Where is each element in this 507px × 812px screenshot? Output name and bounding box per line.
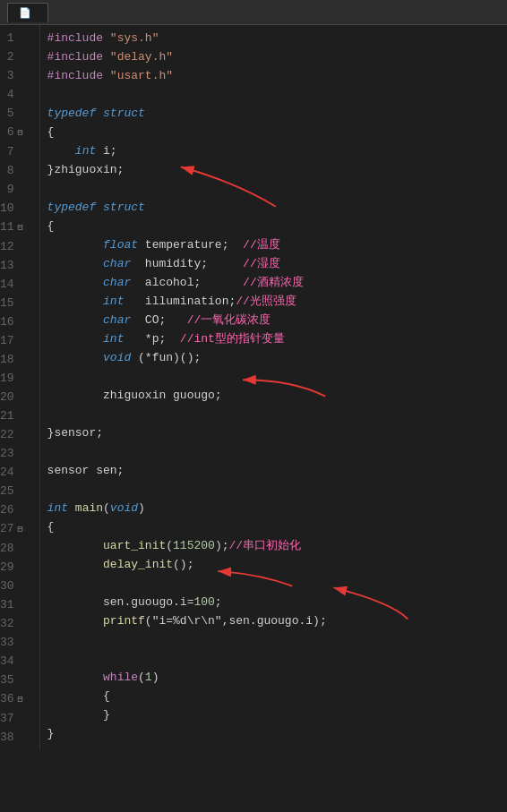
line-number: 16 (0, 312, 32, 331)
code-token: //湿度 (243, 257, 280, 270)
line-number: 35 (0, 671, 32, 689)
code-token: //串口初始化 (228, 539, 301, 552)
line-number: 30 (0, 577, 32, 595)
tab[interactable]: 📄 (7, 3, 48, 22)
line-number: 2 (0, 47, 32, 66)
line-number: 13 (0, 256, 32, 275)
code-token (47, 313, 103, 327)
code-line: delay_init(); (47, 555, 507, 574)
code-line: typedef struct (47, 198, 507, 217)
fold-indicator[interactable]: ⊟ (14, 124, 27, 142)
code-token: while (103, 671, 138, 684)
code-token: char (103, 313, 131, 327)
code-token (47, 671, 103, 684)
code-token: #include (47, 31, 103, 45)
line-number: 36⊟ (0, 689, 32, 709)
line-number: 12 (0, 237, 32, 256)
code-line: char humidity; //湿度 (47, 254, 507, 273)
code-token: sensor sen; (47, 464, 125, 477)
line-number: 25 (0, 482, 32, 500)
code-token: { (47, 219, 55, 233)
code-token (47, 351, 103, 364)
code-line: int main(void) (47, 499, 507, 517)
code-panel: #include "sys.h"#include "delay.h"#inclu… (40, 25, 507, 750)
line-number: 23 (0, 444, 32, 463)
code-token: ( (166, 539, 173, 552)
code-line: while(1) (47, 668, 507, 687)
code-token: 100 (193, 595, 214, 609)
code-token: delay_init (103, 558, 173, 571)
code-line: sensor sen; (47, 461, 507, 480)
code-token: }zhiguoxin; (47, 163, 125, 176)
code-token: #include (47, 50, 103, 64)
line-number: 14 (0, 275, 32, 294)
fold-indicator[interactable]: ⊟ (14, 690, 27, 709)
code-token: ; (215, 595, 222, 609)
code-line (47, 442, 507, 461)
code-line: { (47, 217, 507, 235)
line-number: 20 (0, 388, 32, 406)
code-line: int *p; //int型的指针变量 (47, 329, 507, 348)
line-number: 37 (0, 709, 32, 728)
code-token: ) (138, 501, 145, 515)
code-line: float temperature; //温度 (47, 235, 507, 254)
code-line (47, 405, 507, 423)
code-token: float (103, 238, 138, 252)
code-line: } (47, 724, 507, 743)
code-token (47, 144, 75, 158)
code-token (103, 31, 110, 45)
code-line (47, 574, 507, 593)
code-line (47, 179, 507, 198)
code-token: int (47, 501, 68, 515)
code-token: { (47, 520, 55, 534)
code-token: int (103, 295, 124, 308)
code-token: printf (103, 614, 145, 628)
code-token: struct (103, 201, 145, 214)
line-number: 29 (0, 558, 32, 577)
file-icon: 📄 (19, 7, 31, 19)
code-token: } (47, 708, 110, 722)
line-number: 17 (0, 331, 32, 350)
code-token (103, 50, 110, 64)
code-token: { (47, 689, 110, 703)
code-token: temperature; (138, 238, 243, 252)
line-numbers-panel: 123456⊟7891011⊟1213141516171819202122232… (0, 25, 40, 750)
code-token: uart_init (103, 539, 166, 552)
code-token: humidity; (131, 257, 243, 270)
code-token (47, 539, 103, 552)
code-line: { (47, 517, 507, 536)
code-token: int (75, 144, 96, 158)
code-token: 1 (145, 671, 152, 684)
code-line: }sensor; (47, 423, 507, 442)
code-token: "delay.h" (110, 50, 173, 64)
line-number: 31 (0, 595, 32, 614)
code-token (47, 614, 103, 628)
line-number: 1 (0, 29, 32, 47)
code-line: char alcohol; //酒精浓度 (47, 273, 507, 292)
line-number: 21 (0, 406, 32, 425)
line-number: 8 (0, 161, 32, 180)
code-token: "usart.h" (110, 69, 173, 82)
code-token: i; (96, 144, 116, 158)
title-bar: 📄 (0, 0, 507, 25)
code-token: CO; (131, 313, 186, 327)
code-line: #include "sys.h" (47, 29, 507, 47)
code-token: int (103, 332, 124, 346)
code-token: illumination; (124, 295, 236, 308)
code-token: sen.guougo.i= (47, 595, 194, 609)
line-number: 24 (0, 463, 32, 482)
code-token: ( (138, 671, 145, 684)
code-token: //光照强度 (236, 295, 296, 308)
line-number: 32 (0, 614, 32, 633)
code-line (47, 367, 507, 386)
line-number: 19 (0, 369, 32, 388)
code-token: //int型的指针变量 (180, 332, 285, 346)
code-token: //一氧化碳浓度 (187, 313, 271, 327)
code-token: (); (173, 558, 193, 571)
code-token: //温度 (243, 238, 280, 252)
code-token: ("i=%d\r\n",sen.guougo.i); (145, 614, 327, 628)
fold-indicator[interactable]: ⊟ (14, 520, 27, 539)
line-number: 38 (0, 728, 32, 747)
fold-indicator[interactable]: ⊟ (14, 218, 27, 237)
code-token: void (110, 501, 138, 515)
